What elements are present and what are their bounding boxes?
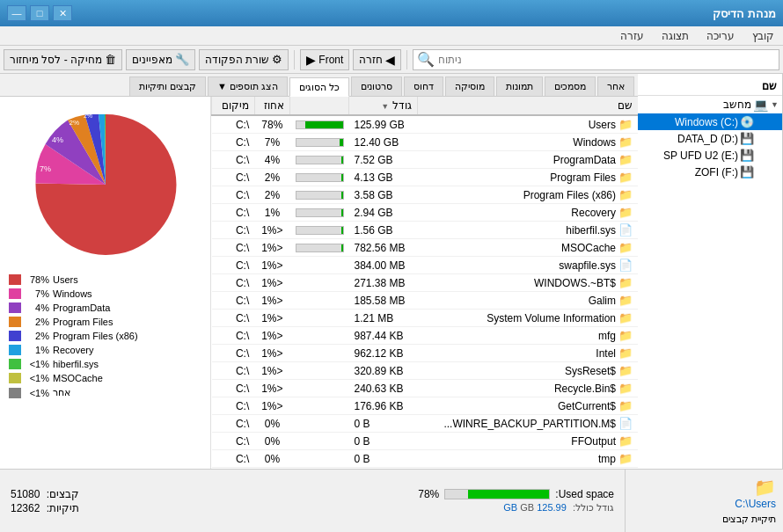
minimize-button[interactable]: — bbox=[7, 5, 26, 21]
file-pct: 4% bbox=[254, 151, 289, 169]
tab-videos[interactable]: סרטונים bbox=[351, 77, 402, 96]
analyze-button[interactable]: ⚙ שורת הפקודה bbox=[199, 49, 289, 70]
table-row[interactable]: 📁Galim 185.58 MB <1% C:\ bbox=[212, 292, 639, 310]
search-input[interactable] bbox=[435, 50, 775, 69]
files-stat: קבצים: 51080 bbox=[11, 487, 79, 501]
table-row[interactable]: 📄swapfile.sys 384.00 MB <1% C:\ bbox=[212, 257, 639, 274]
legend-color-users bbox=[9, 274, 21, 285]
table-row[interactable]: 📁tmp 0 B 0% C:\ bbox=[212, 450, 639, 468]
dirs-stat: תיקיות: 12362 bbox=[11, 501, 79, 515]
size-unit: GB bbox=[520, 502, 534, 513]
file-location: C:\ bbox=[212, 380, 255, 397]
table-row[interactable]: 📁$GetCurrent 176.96 KB <1% C:\ bbox=[212, 397, 639, 415]
file-icon: 📄 bbox=[618, 417, 633, 430]
col-loc-header[interactable]: מיקום bbox=[212, 97, 255, 115]
file-name: 📁$Recycle.Bin bbox=[417, 380, 638, 397]
table-row[interactable]: 📁$Recycle.Bin 240.63 KB <1% C:\ bbox=[212, 380, 639, 397]
status-left: 📁 C:\Users תיקיית קבצים bbox=[625, 470, 783, 532]
file-name: 📁Program Files bbox=[417, 169, 638, 186]
front-button[interactable]: Front ▶ bbox=[300, 49, 349, 70]
status-path[interactable]: C:\Users bbox=[633, 498, 776, 510]
tab-documents[interactable]: מסמכים bbox=[545, 77, 596, 96]
table-row[interactable]: 📄hiberfil.sys 1.56 GB <1% C:\ bbox=[212, 222, 639, 239]
sidebar-item-e-drive[interactable]: 💾 SP UFD U2 (E:) bbox=[638, 147, 782, 164]
table-row[interactable]: 📁Program Files (x86) 3.58 GB 2% C:\ bbox=[212, 186, 639, 204]
file-size: 782.56 MB bbox=[349, 239, 418, 257]
tab-files-folders[interactable]: קבצים ותיקיות bbox=[129, 77, 206, 96]
legend-other: <1% אחר bbox=[9, 385, 201, 400]
file-name: 📁$SysReset bbox=[417, 362, 638, 380]
file-location: C:\ bbox=[212, 115, 255, 134]
menu-bar: קובץ עריכה תצוגה עזרה bbox=[0, 26, 783, 46]
file-name: 📄swapfile.sys bbox=[417, 257, 638, 274]
sidebar: שם ▼ 💻 מחשב 💿 Windows (C:) 💾 DATA_D (D:) bbox=[638, 74, 783, 469]
file-bar bbox=[290, 239, 349, 257]
main-layout: שם ▼ 💻 מחשב 💿 Windows (C:) 💾 DATA_D (D:) bbox=[0, 74, 783, 469]
plugins-button[interactable]: 🔧 מאפיינים bbox=[126, 49, 195, 70]
file-size: 1.56 GB bbox=[349, 222, 418, 239]
used-space-label: Used space: bbox=[555, 488, 614, 500]
col-size-header[interactable]: גודל ▼ bbox=[349, 97, 418, 115]
file-size: 987.44 KB bbox=[349, 327, 418, 345]
file-location: C:\ bbox=[212, 362, 255, 380]
table-row[interactable]: 📁Windows 12.40 GB 7% C:\ bbox=[212, 134, 639, 151]
tab-compressed[interactable]: דחוס bbox=[404, 77, 443, 96]
table-row[interactable]: 📁mfg 987.44 KB <1% C:\ bbox=[212, 327, 639, 345]
chart-label-7: 7% bbox=[39, 164, 50, 173]
file-bar bbox=[290, 327, 349, 345]
table-row[interactable]: 📁$WINDOWS.~BT 271.38 MB <1% C:\ bbox=[212, 274, 639, 292]
table-row[interactable]: 📁FFOutput 0 B 0% C:\ bbox=[212, 433, 639, 450]
window-title: מנהת הדיסק bbox=[713, 7, 776, 20]
table-row[interactable]: 📁ProgramData 7.52 GB 4% C:\ bbox=[212, 151, 639, 169]
table-row[interactable]: 📁Users 125.99 GB 78% C:\ bbox=[212, 115, 639, 134]
files-label: קבצים: bbox=[47, 488, 79, 500]
col-pct-header[interactable]: אחוז bbox=[254, 97, 289, 115]
file-location: C:\ bbox=[212, 274, 255, 292]
chart-panel: 78% 78% 7% 4% 2% 2% bbox=[0, 97, 211, 469]
sidebar-item-computer[interactable]: ▼ 💻 מחשב bbox=[638, 96, 782, 113]
pie-chart-svg: 78% 78% 7% 4% 2% 2% bbox=[26, 106, 185, 264]
table-row[interactable]: 📁Program Files 4.13 GB 2% C:\ bbox=[212, 169, 639, 186]
table-row[interactable]: 📁MSOCache 782.56 MB <1% C:\ bbox=[212, 239, 639, 257]
back-icon: ◀ bbox=[385, 53, 395, 67]
file-bar bbox=[290, 115, 349, 134]
legend-programdata: 4% ProgramData bbox=[9, 301, 201, 315]
menu-file[interactable]: קובץ bbox=[747, 28, 779, 44]
file-bar bbox=[290, 450, 349, 468]
tab-other[interactable]: אחר bbox=[597, 77, 634, 96]
file-pct: <1% bbox=[254, 310, 289, 327]
table-row[interactable]: 📁System Volume Information 1.21 MB <1% C… bbox=[212, 310, 639, 327]
file-size: 2.94 GB bbox=[349, 204, 418, 222]
file-pct: <1% bbox=[254, 362, 289, 380]
tab-music[interactable]: מוסיקה bbox=[445, 77, 494, 96]
close-button[interactable]: ✕ bbox=[53, 5, 72, 21]
table-row[interactable]: 📄$WINRE_BACKUP_PARTITION.M... 0 B 0% C:\ bbox=[212, 415, 639, 433]
table-row[interactable]: 📁Intel 962.12 KB <1% C:\ bbox=[212, 345, 639, 362]
menu-edit[interactable]: עריכה bbox=[701, 28, 740, 44]
folder-icon: 📁 bbox=[618, 434, 633, 448]
cleanup-button[interactable]: 🗑 מחיקה - לסל מיחזור bbox=[4, 49, 122, 70]
table-row[interactable]: 📁Recovery 2.94 GB 1% C:\ bbox=[212, 204, 639, 222]
pie-chart: 78% 78% 7% 4% 2% 2% bbox=[26, 106, 185, 264]
menu-view[interactable]: תצוגה bbox=[656, 28, 694, 44]
sidebar-item-c-drive[interactable]: 💿 Windows (C:) bbox=[638, 113, 782, 130]
sort-icon: ▼ bbox=[381, 102, 389, 111]
legend-color-windows bbox=[9, 288, 21, 299]
chart-label-2b: 2% bbox=[83, 113, 91, 119]
file-pct: 0% bbox=[254, 415, 289, 433]
tab-all-types[interactable]: כל הסוגים bbox=[289, 77, 349, 97]
file-location: C:\ bbox=[212, 433, 255, 450]
file-size: 271.38 MB bbox=[349, 274, 418, 292]
file-location: C:\ bbox=[212, 169, 255, 186]
maximize-button[interactable]: □ bbox=[30, 5, 49, 21]
table-row[interactable]: 📁$SysReset 320.89 KB <1% C:\ bbox=[212, 362, 639, 380]
legend-programfiles: 2% Program Files bbox=[9, 315, 201, 329]
sidebar-item-d-drive[interactable]: 💾 DATA_D (D:) bbox=[638, 130, 782, 147]
back-button[interactable]: ◀ חזרה bbox=[353, 49, 401, 70]
file-pct: 7% bbox=[254, 134, 289, 151]
sidebar-item-f-drive[interactable]: 💾 ZOFI (F:) bbox=[638, 164, 782, 180]
menu-help[interactable]: עזרה bbox=[615, 28, 649, 44]
col-name-header[interactable]: שם bbox=[417, 97, 638, 115]
tab-show-addons[interactable]: הצג תוספים ▼ bbox=[208, 77, 288, 96]
tab-images[interactable]: תמונות bbox=[496, 77, 543, 96]
